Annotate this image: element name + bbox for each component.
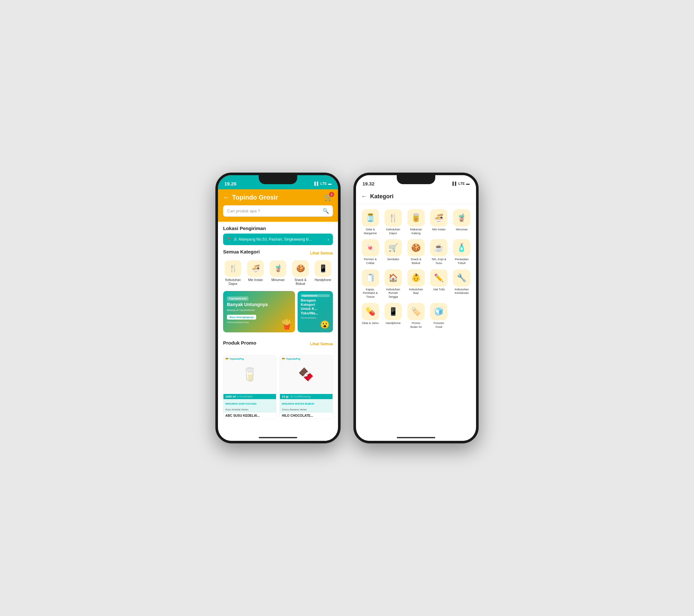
cat-grid-kebutuhan-dapur[interactable]: 🍴 KebutuhanDapur	[383, 209, 403, 235]
cat-label-permen: Permen &Coklat	[364, 258, 377, 265]
topindopay-badge-2: 💳 TopindoPay	[282, 357, 300, 360]
banner-secondary[interactable]: TopindoGrosir Beragam Kategori Untuk K..…	[297, 291, 333, 332]
promo-sub-tag-1: Susu Kedelai Varian	[225, 408, 249, 411]
cat-grid-promo[interactable]: 🏷️ PromoBulan Ini	[405, 303, 426, 329]
topindopay-badge-1: 💳 TopindoPay	[225, 357, 244, 360]
cat-label-kendaraan: KebutuhanKendaraan	[455, 288, 469, 295]
location-pin-icon: 📍	[227, 237, 232, 242]
promo-card-abc[interactable]: 💳 TopindoPay 🥛 1000 ml 6 Pcs/Paket MINUM…	[223, 355, 276, 419]
location-address: Jl. Alianyang No.53, Pasiran, Singkawang…	[234, 237, 326, 242]
cat-grid-mie-instan[interactable]: 🍜 Mie Instan	[428, 209, 450, 235]
category-row: 🍴 KebutuhanDapur 🍜 Mie Instan 🧋 Minuman …	[223, 260, 333, 287]
category-item-snack[interactable]: 🍪 Snack &Biskuit	[291, 260, 310, 286]
cat-grid-permen[interactable]: 🍬 Permen &Coklat	[360, 239, 381, 265]
category-label-minuman: Minuman	[271, 278, 285, 282]
category-icon-mie: 🍜	[247, 260, 264, 277]
notch-2	[397, 175, 435, 184]
cat-label-teh: Teh, Kopi &Susu	[432, 258, 446, 265]
app-header: ← Topindo Grosir 🛒 1 Cari produk apa ? 🔍	[218, 189, 338, 222]
battery-icon-2: ▬	[466, 182, 470, 185]
banner-main[interactable]: TopindoGrosir Banyak Untungnya Belanja d…	[223, 291, 295, 332]
cat-grid-perawatan[interactable]: 🧴 PerawatanTubuh	[451, 239, 472, 265]
cat-grid-rumah-tangga[interactable]: 🏠 KebutuhanRumahTangga	[383, 269, 403, 299]
cat-label-mie-instan: Mie Instan	[432, 228, 445, 232]
category-item-handphone[interactable]: 📱 Handphone	[313, 260, 333, 286]
search-bar[interactable]: Cari produk apa ? 🔍	[223, 205, 333, 217]
banner-secondary-hashtag: #SemuaAdaSe...	[301, 317, 330, 319]
categories-header: Semua Kategori Lihat Semua	[223, 249, 333, 257]
cat-icon-permen: 🍬	[362, 239, 379, 256]
kategori-header: ← Kategori	[356, 189, 476, 204]
phone-2: 19.32 ▌▌ LTE ▬ ← Kategori 🫙 Selai &Marga…	[353, 173, 479, 443]
cat-label-frozen: FroozenFood	[434, 321, 444, 329]
category-icon-dapur: 🍴	[225, 260, 241, 277]
cat-icon-kapas: 🧻	[362, 269, 379, 286]
promo-tag-name-bar-1: MINUMAN SARI KACANG Susu Kedelai Varian	[223, 399, 276, 413]
banner-secondary-text: Beragam Kategori Untuk K... Toko/Wa...	[301, 298, 330, 315]
cart-button[interactable]: 🛒 1	[324, 193, 333, 202]
location-section: Lokasi Pengiriman 📍 Jl. Alianyang No.53,…	[218, 222, 338, 249]
category-icon-snack: 🍪	[292, 260, 309, 277]
banner-section: TopindoGrosir Banyak Untungnya Belanja d…	[218, 291, 338, 336]
category-item-minuman[interactable]: 🧋 Minuman	[268, 260, 288, 286]
cat-label-rumah-tangga: KebutuhanRumahTangga	[386, 288, 400, 299]
cat-grid-handphone[interactable]: 📱 Handphone	[383, 303, 403, 329]
cat-grid-bayi[interactable]: 👶 KebutuhanBayi	[405, 269, 426, 299]
banner-main-btn[interactable]: Baca Selengkapnya	[227, 315, 256, 320]
cat-icon-alat-tulis: ✏️	[430, 269, 448, 286]
search-icon: 🔍	[323, 208, 329, 214]
location-title: Lokasi Pengiriman	[223, 226, 333, 231]
notch-1	[259, 175, 297, 184]
cat-grid-kendaraan[interactable]: 🔧 KebutuhanKendaraan	[451, 269, 472, 299]
back-button[interactable]: ←	[223, 194, 230, 201]
cat-label-handphone: Handphone	[386, 321, 401, 325]
cat-label-promo: PromoBulan Ini	[410, 321, 421, 329]
battery-icon-1: ▬	[328, 182, 332, 185]
promo-img-abc: 💳 TopindoPay 🥛	[223, 355, 276, 394]
cat-grid-kapas[interactable]: 🧻 Kapas,Pembalut &Tissue	[360, 269, 381, 299]
cat-grid-frozen[interactable]: 🧊 FroozenFood	[428, 303, 450, 329]
cat-grid-alat-tulis[interactable]: ✏️ Alat Tulis	[428, 269, 450, 299]
category-icon-minuman: 🧋	[270, 260, 286, 277]
home-indicator-2	[356, 434, 476, 441]
cat-label-sembako: Sembako	[387, 258, 399, 261]
promo-unit-2: 30 Sct/Renceng	[290, 395, 311, 398]
lihat-semua-promo[interactable]: Lihat Semua	[310, 342, 333, 346]
promo-volume-1: 1000 ml	[225, 395, 236, 398]
lihat-semua-categories[interactable]: Lihat Semua	[310, 251, 333, 255]
category-item-dapur[interactable]: 🍴 KebutuhanDapur	[223, 260, 243, 286]
cat-label-kapas: Kapas,Pembalut &Tissue	[363, 288, 378, 299]
cat-icon-teh: ☕	[430, 239, 448, 256]
back-button-2[interactable]: ←	[361, 193, 367, 200]
cat-icon-promo: 🏷️	[407, 303, 425, 320]
promo-section: Produk Promo Lihat Semua	[218, 336, 338, 355]
category-icon-handphone: 📱	[315, 260, 331, 277]
location-bar[interactable]: 📍 Jl. Alianyang No.53, Pasiran, Singkawa…	[223, 234, 333, 245]
promo-card-hilo[interactable]: 💳 TopindoPay 🍫 14 gr 30 Sct/Renceng MINU…	[279, 355, 333, 419]
banner-main-headline: Banyak Untungnya	[227, 302, 291, 307]
cat-grid-snack[interactable]: 🍪 Snack &Biskuit	[405, 239, 426, 265]
home-bar-1	[259, 437, 297, 438]
category-item-mie[interactable]: 🍜 Mie Instan	[245, 260, 266, 286]
promo-product-name-2: HILO CHOCOLATE...	[280, 413, 332, 419]
banner-decoration: 🍟	[280, 319, 292, 330]
home-indicator-1	[218, 434, 338, 441]
cat-icon-kebutuhan-dapur: 🍴	[385, 209, 402, 226]
app-title: Topindo Grosir	[232, 194, 324, 201]
promo-sub-tag-2: Choco Banana Varian	[282, 408, 307, 411]
kategori-grid: 🫙 Selai &Margarine 🍴 KebutuhanDapur 🥫 Ma…	[356, 204, 476, 334]
promo-grid: 💳 TopindoPay 🥛 1000 ml 6 Pcs/Paket MINUM…	[218, 355, 338, 419]
cat-grid-makanan-kaleng[interactable]: 🥫 MakananKaleng	[405, 209, 426, 235]
cat-grid-minuman[interactable]: 🧋 Minuman	[451, 209, 472, 235]
cat-grid-obat[interactable]: 💊 Obat & Jamu	[360, 303, 381, 329]
banner-secondary-tag: TopindoGrosir	[301, 294, 330, 297]
cat-grid-sembako[interactable]: 🛒 Sembako	[383, 239, 403, 265]
cat-icon-minuman: 🧋	[453, 209, 470, 226]
promo-title: Produk Promo	[223, 340, 256, 346]
promo-img-hilo: 💳 TopindoPay 🍫	[280, 355, 332, 394]
cat-icon-perawatan: 🧴	[453, 239, 470, 256]
cat-grid-selai[interactable]: 🫙 Selai &Margarine	[360, 209, 381, 235]
cat-label-selai: Selai &Margarine	[364, 228, 377, 235]
cat-grid-teh[interactable]: ☕ Teh, Kopi &Susu	[428, 239, 450, 265]
status-icons-2: ▌▌ LTE ▬	[452, 182, 470, 185]
